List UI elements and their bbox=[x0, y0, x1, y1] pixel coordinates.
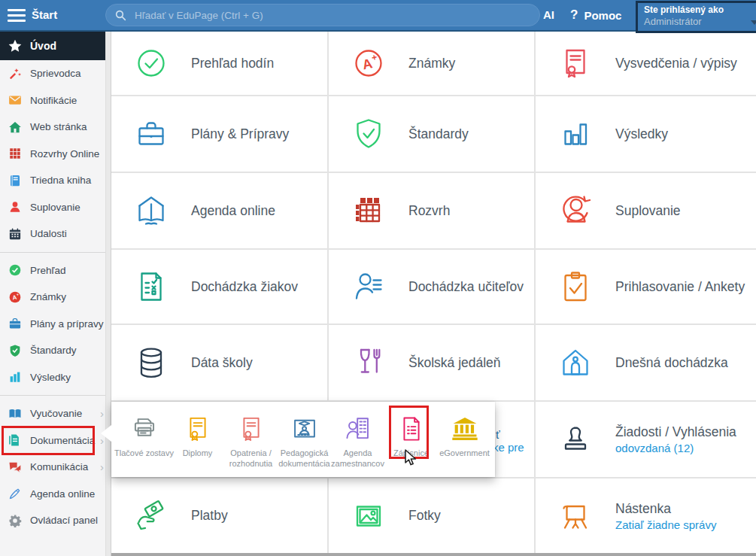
sidebar-item-label: Prehľad bbox=[30, 265, 65, 276]
hamburger-menu-button[interactable] bbox=[8, 9, 26, 22]
tile-skolska-jedalen[interactable]: Školská jedáleň bbox=[329, 325, 534, 400]
tile-dnesna-dochadzka[interactable]: Dnešná dochádzka bbox=[536, 325, 756, 400]
horizontal-scrollbar[interactable] bbox=[111, 553, 756, 556]
sidebar-item-znamky[interactable]: A+Známky bbox=[0, 284, 111, 311]
certificate-icon bbox=[236, 413, 266, 445]
tile-status-text[interactable]: Zatiaľ žiadne správy bbox=[615, 518, 716, 531]
help-label: Pomoc bbox=[584, 9, 621, 22]
sidebar-item-prehlad[interactable]: Prehľad bbox=[0, 257, 111, 284]
hand-money-icon bbox=[131, 498, 172, 534]
envelope-icon bbox=[8, 93, 23, 108]
sidebar-item-rozvrhy-online[interactable]: Rozvrhy Online bbox=[0, 141, 111, 168]
person-refresh-icon bbox=[555, 193, 596, 229]
tile-label: Výsledky bbox=[615, 126, 668, 142]
tile-standardy[interactable]: Štandardy bbox=[329, 96, 534, 172]
sidebar-items: ÚvodSprievodcaNotifikácieWeb stránkaRozv… bbox=[0, 32, 111, 534]
sidebar-item-standardy[interactable]: Štandardy bbox=[0, 337, 111, 364]
tile-text: Prihlasovanie / Ankety bbox=[615, 279, 745, 295]
popup-item-egovernment[interactable]: eGovernment bbox=[438, 402, 491, 477]
popup-item-zapisnice[interactable]: Zápisnice bbox=[384, 402, 438, 477]
tile-suplovanie[interactable]: Suplovanie bbox=[536, 173, 756, 248]
popup-item-agenda-zamestnancov[interactable]: Agenda zamestnancov bbox=[331, 402, 384, 477]
tile-prihlasovanie-ankety[interactable]: Prihlasovanie / Ankety bbox=[536, 250, 756, 324]
tile-vysledky[interactable]: Výsledky bbox=[536, 96, 756, 172]
tile-rozvrh[interactable]: Rozvrh bbox=[329, 173, 534, 248]
popup-item-label: Diplomy bbox=[167, 448, 229, 458]
sidebar-item-udalosti[interactable]: Udalosti bbox=[0, 220, 111, 248]
popup-arrow bbox=[101, 425, 111, 442]
tile-text: Dochádzka žiakov bbox=[191, 279, 298, 295]
sidebar-item-uvod[interactable]: Úvod bbox=[0, 32, 111, 60]
tile-text: Prehľad hodín bbox=[191, 56, 274, 71]
house-icon bbox=[8, 120, 23, 135]
sidebar-divider bbox=[0, 395, 111, 396]
tile-status-text[interactable]: odovzdaná (12) bbox=[615, 442, 736, 454]
sidebar-item-plany-a-pripravy[interactable]: Plány a prípravy bbox=[0, 311, 111, 338]
popup-item-label: eGovernment bbox=[434, 448, 496, 458]
sidebar-item-vysledky[interactable]: Výsledky bbox=[0, 364, 111, 391]
sidebar-divider bbox=[0, 252, 111, 253]
help-button[interactable]: ? Pomoc bbox=[570, 8, 621, 23]
sidebar-item-vyucovanie[interactable]: Vyučovanie› bbox=[0, 400, 111, 427]
tile-dochadzka-ucitelov[interactable]: Dochádzka učiteľov bbox=[329, 250, 534, 324]
person-lines-icon bbox=[348, 269, 389, 305]
popup-item-label: Tlačové zostavy bbox=[114, 448, 175, 458]
sidebar-item-label: Web stránka bbox=[30, 121, 87, 132]
search-input[interactable] bbox=[133, 9, 531, 22]
tile-platby[interactable]: Platby bbox=[111, 479, 327, 553]
tile-text: NástenkaZatiaľ žiadne správy bbox=[615, 501, 716, 531]
sidebar-item-triedna-kniha[interactable]: Triedna kniha bbox=[0, 167, 111, 194]
sidebar-item-suplovanie[interactable]: Suplovanie bbox=[0, 194, 111, 221]
tile-text: Školská jedáleň bbox=[408, 355, 501, 371]
tile-label: Platby bbox=[191, 508, 228, 524]
tile-data-skoly[interactable]: Dáta školy bbox=[111, 325, 327, 400]
house-person-icon bbox=[555, 345, 596, 381]
account-caption: Ste prihlásený ako bbox=[644, 5, 756, 16]
account-menu[interactable]: Ste prihlásený ako Administrátor bbox=[636, 1, 756, 33]
sidebar-item-label: Komunikácia bbox=[30, 461, 88, 472]
sidebar-item-label: Udalosti bbox=[30, 228, 67, 239]
tile-nastenka[interactable]: NástenkaZatiaľ žiadne správy bbox=[536, 479, 756, 553]
briefcase-icon bbox=[131, 116, 172, 152]
tile-text: Plány & Prípravy bbox=[191, 126, 289, 142]
sidebar-item-sprievodca[interactable]: Sprievodca bbox=[0, 60, 111, 87]
tile-plany-pripravy[interactable]: Plány & Prípravy bbox=[111, 96, 327, 172]
ai-button[interactable]: AI bbox=[543, 8, 554, 21]
tile-vysvedcenia-vypisy[interactable]: Vysvedčenia / výpisy bbox=[536, 32, 756, 95]
sidebar-item-web-stranka[interactable]: Web stránka bbox=[0, 114, 111, 141]
tile-agenda-online[interactable]: Agenda online bbox=[111, 173, 327, 248]
sidebar-scrollbar[interactable] bbox=[105, 32, 111, 556]
sidebar: ÚvodSprievodcaNotifikácieWeb stránkaRozv… bbox=[0, 32, 111, 556]
popup-item-pedagogicka-dokumentacia[interactable]: Pedagogická dokumentácia bbox=[278, 402, 331, 477]
sidebar-item-agenda-online[interactable]: Agenda online bbox=[0, 481, 111, 508]
sidebar-item-label: Agenda online bbox=[30, 488, 95, 500]
sidebar-item-dokumentacia[interactable]: Dokumentácia› bbox=[0, 427, 111, 454]
main-content: Prehľad hodínA+ZnámkyVysvedčenia / výpis… bbox=[111, 32, 756, 556]
search-box[interactable] bbox=[105, 4, 540, 26]
certificate-icon bbox=[183, 413, 213, 445]
tile-label: Prihlasovanie / Ankety bbox=[615, 279, 745, 295]
sidebar-item-label: Plány a prípravy bbox=[30, 318, 104, 330]
tile-fotky[interactable]: Fotky bbox=[329, 479, 534, 553]
popup-item-opatrenia-rozhodnutia[interactable]: Opatrenia / rozhodnutia bbox=[224, 402, 278, 477]
sidebar-item-label: Vyučovanie bbox=[30, 408, 82, 419]
tile-prehlad-hodin[interactable]: Prehľad hodín bbox=[111, 32, 327, 95]
sidebar-item-ovladaci-panel[interactable]: Ovládací panel bbox=[0, 507, 111, 534]
hidden-tile-text-fragment: ť bbox=[496, 428, 500, 441]
tile-label: Suplovanie bbox=[615, 203, 681, 219]
sidebar-item-label: Dokumentácia bbox=[30, 435, 95, 446]
popup-item-diplomy[interactable]: Diplomy bbox=[171, 402, 224, 477]
tile-text: Fotky bbox=[408, 508, 441, 524]
popup-item-tlacove-zostavy[interactable]: Tlačové zostavy bbox=[117, 402, 171, 477]
photo-icon bbox=[348, 498, 389, 534]
printer-icon bbox=[129, 413, 159, 445]
sidebar-item-komunikacia[interactable]: Komunikácia› bbox=[0, 454, 111, 481]
svg-text:+: + bbox=[16, 292, 19, 296]
tile-znamky[interactable]: A+Známky bbox=[329, 32, 534, 95]
clipboard-check-icon bbox=[555, 269, 596, 305]
tile-text: Suplovanie bbox=[615, 203, 681, 219]
tile-text: Agenda online bbox=[191, 203, 275, 219]
tile-ziadosti-vyhlasenia[interactable]: Žiadosti / Vyhláseniaodovzdaná (12) bbox=[536, 402, 756, 477]
tile-dochadzka-ziakov[interactable]: Dochádzka žiakov bbox=[111, 250, 327, 324]
sidebar-item-notifikacie[interactable]: Notifikácie bbox=[0, 87, 111, 114]
